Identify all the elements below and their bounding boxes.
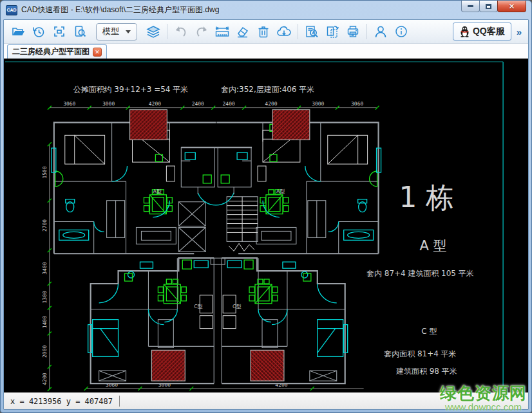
balcony-hatch: [272, 110, 310, 140]
note-total-area: 套内:352,层建面:406 平米: [221, 85, 314, 94]
document-tab[interactable]: 二三房经典户型平面图 ✕: [7, 44, 107, 59]
qq-service-button[interactable]: QQ客服: [453, 23, 511, 41]
fit-view-button[interactable]: [49, 22, 70, 41]
upper-floor-plan: A型 A型: [52, 110, 381, 254]
svg-text:3400: 3400: [42, 262, 48, 274]
unit-type-label: A型: [153, 188, 161, 194]
minimize-button[interactable]: [461, 1, 480, 12]
svg-text:1400: 1400: [42, 316, 48, 328]
building-number-text: 1 栋: [399, 181, 455, 214]
undo-button[interactable]: [171, 22, 191, 41]
floor-plan-drawing: 公摊面积约 39+12+3 =54 平米 套内:352,层建面:406 平米 3…: [4, 59, 528, 392]
type-a-area-text: 套内 87+4 建筑面积 105 平米: [366, 269, 474, 278]
type-c-area2-text: 建筑面积 98 平米: [395, 367, 457, 376]
layers-button[interactable]: [143, 22, 164, 41]
title-bar[interactable]: CAD CAD快速看图 - E:\软件\dasoft\二三房经典户型平面图.dw…: [1, 1, 531, 19]
svg-text:4200: 4200: [149, 101, 161, 107]
elevator-shafts: [178, 202, 205, 252]
app-icon: CAD: [6, 5, 17, 15]
drawing-canvas[interactable]: 公摊面积约 39+12+3 =54 平米 套内:352,层建面:406 平米 3…: [4, 59, 528, 392]
svg-text:3000: 3000: [312, 101, 324, 107]
svg-text:2400: 2400: [192, 101, 204, 107]
unit-type-label: A型: [276, 188, 285, 194]
unit-type-label: C型: [233, 304, 242, 309]
note-shared-area: 公摊面积约 39+12+3 =54 平米: [73, 85, 188, 94]
svg-text:3060: 3060: [351, 101, 363, 107]
type-c-text: C 型: [421, 327, 437, 336]
cursor-coordinates: x = 4213956 y = 407487: [10, 397, 113, 406]
model-dropdown-value: 模型: [102, 26, 119, 37]
toolbar-separator: [167, 24, 167, 39]
svg-text:3000: 3000: [102, 101, 115, 107]
window-controls: ✕: [462, 1, 526, 12]
chevron-down-icon: [126, 30, 131, 33]
tab-close-icon: ✕: [95, 49, 100, 55]
svg-text:4200: 4200: [42, 372, 48, 385]
qq-penguin-icon: [459, 26, 470, 37]
user-button[interactable]: [370, 22, 391, 41]
document-tab-label: 二三房经典户型平面图: [12, 46, 90, 57]
maximize-button[interactable]: [479, 1, 498, 12]
open-folder-button[interactable]: [8, 22, 28, 41]
eraser-button[interactable]: [233, 22, 253, 41]
qq-service-label: QQ客服: [473, 26, 505, 37]
redo-button[interactable]: [191, 22, 212, 41]
svg-text:2400: 2400: [223, 101, 235, 107]
toolbar-separator: [298, 24, 298, 39]
close-button[interactable]: ✕: [497, 1, 526, 12]
history-button[interactable]: [28, 22, 49, 41]
close-icon: ✕: [508, 2, 515, 11]
dimension-chain-top: 3060 3000 4200 2400 2400 4200 3000 3060: [48, 101, 379, 110]
svg-text:1500: 1500: [42, 166, 48, 178]
minimize-icon: [468, 5, 473, 7]
find-text-button[interactable]: [301, 22, 322, 41]
about-button[interactable]: [391, 22, 412, 41]
more-tools-button[interactable]: »: [517, 26, 522, 37]
dimension-chain-left: 1500 2700 3400 1300 1400 2000 4200: [42, 142, 52, 391]
svg-text:1300: 1300: [42, 291, 48, 303]
delete-button[interactable]: [253, 22, 274, 41]
svg-text:2700: 2700: [42, 219, 48, 232]
lower-floor-plan: C型 C型: [88, 258, 348, 383]
unit-type-label: C型: [194, 304, 203, 309]
status-bar: x = 4213956 y = 407487: [4, 392, 528, 409]
type-c-area1-text: 套内面积 81+4 平米: [384, 349, 456, 358]
svg-text:4200: 4200: [265, 101, 277, 107]
model-space-dropdown[interactable]: 模型: [96, 23, 137, 41]
staircase: [227, 197, 258, 252]
measure-button[interactable]: [212, 22, 233, 41]
cloud-download-button[interactable]: [274, 22, 294, 41]
cad-viewer-window: CAD CAD快速看图 - E:\软件\dasoft\二三房经典户型平面图.dw…: [0, 0, 532, 413]
main-toolbar: 模型: [4, 20, 528, 44]
app-window-stage: CAD CAD快速看图 - E:\软件\dasoft\二三房经典户型平面图.dw…: [0, 0, 532, 413]
maximize-icon: [486, 4, 491, 9]
tab-close-button[interactable]: ✕: [93, 48, 102, 57]
document-tabbar: 二三房经典户型平面图 ✕: [4, 44, 528, 59]
balcony-hatch: [130, 110, 167, 140]
page-zoom-button[interactable]: [70, 22, 90, 41]
toolbar-separator: [366, 24, 367, 39]
type-a-text: A 型: [419, 238, 446, 253]
statusbar-divider: [119, 396, 120, 407]
page-setup-button[interactable]: [322, 22, 343, 41]
window-title: CAD快速看图 - E:\软件\dasoft\二三房经典户型平面图.dwg: [21, 5, 219, 15]
svg-text:2000: 2000: [42, 345, 48, 358]
print-button[interactable]: [343, 22, 363, 41]
client-area: 模型: [3, 19, 529, 410]
svg-text:3060: 3060: [63, 101, 75, 107]
